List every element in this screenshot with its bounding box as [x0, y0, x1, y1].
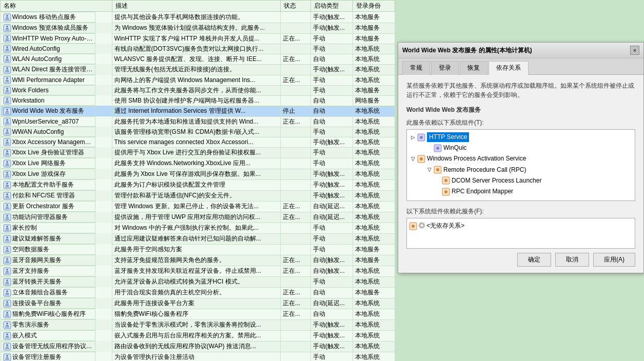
table-row[interactable]: 立体音频组合器服务 — [1, 287, 95, 298]
cancel-button[interactable]: 取消 — [555, 253, 589, 267]
table-row[interactable]: Wired AutoConfig — [1, 44, 95, 54]
table-row[interactable]: 建议疑难解答服务 — [1, 233, 95, 244]
service-logon: 本地系统 — [353, 44, 395, 54]
table-row[interactable]: Xbox Live 网络服务 — [1, 158, 95, 169]
tree-node-rpc[interactable]: ▽ Remote Procedure Call (RPC) — [409, 165, 633, 175]
svg-point-139 — [436, 147, 439, 150]
table-row[interactable]: Workstation — [1, 95, 95, 106]
apply-button[interactable]: 应用(A) — [593, 253, 635, 267]
table-row[interactable]: 零售演示服务 — [1, 319, 95, 330]
service-name-text: Xbox Live 身份验证管理器 — [12, 148, 84, 157]
svg-rect-103 — [5, 284, 9, 285]
table-row[interactable]: 设备管理无线应用程序协议(WAP)推... — [1, 341, 95, 352]
table-row[interactable]: WLAN Direct 服务连接管理器服务 — [1, 64, 95, 75]
table-row[interactable]: 家长控制 — [1, 223, 95, 233]
svg-rect-119 — [5, 327, 9, 328]
tab-recovery[interactable]: 恢复 — [460, 61, 487, 75]
tree-label-wpa[interactable]: Windows Process Activation Service — [427, 154, 526, 164]
tree-label-rpc-ep[interactable]: RPC Endpoint Mapper — [452, 187, 513, 196]
table-row[interactable]: Work Folders — [1, 85, 95, 95]
tree-label-winquic[interactable]: WinQuic — [443, 143, 466, 153]
svg-rect-122 — [6, 336, 9, 337]
service-icon — [3, 203, 11, 211]
table-row[interactable]: Windows 预览体验成员服务 — [1, 23, 95, 33]
service-status: 正在... — [281, 201, 311, 212]
svg-rect-27 — [5, 82, 9, 83]
col-header-startup[interactable]: 启动类型 — [310, 1, 353, 12]
table-row[interactable]: 蓝牙支持服务 — [1, 266, 95, 276]
tree-node-wpa[interactable]: ▽ Windows Process Activation Service — [409, 153, 633, 164]
table-row[interactable]: Xbox Live 游戏保存 — [1, 169, 95, 179]
service-desc: 蓝牙服务支持发现和关联近程蓝牙设备。停止或禁用... — [112, 266, 280, 276]
tree-label-dcom[interactable]: DCOM Server Process Launcher — [452, 176, 541, 186]
tree-node-rpc-ep[interactable]: ▷ RPC Endpoint Mapper — [409, 186, 633, 197]
table-row[interactable]: 蓝牙音频网关服务 — [1, 255, 95, 266]
service-status — [281, 12, 311, 23]
svg-rect-18 — [6, 59, 9, 60]
svg-point-49 — [6, 139, 8, 142]
tree-node-dcom[interactable]: ▷ DCOM Server Process Launcher — [409, 175, 633, 186]
table-row[interactable]: Xbox Accessory Management Ser... — [1, 137, 95, 147]
svg-point-37 — [6, 109, 8, 111]
table-row[interactable]: 空间数据服务 — [1, 244, 95, 255]
tree-label-rpc[interactable]: Remote Procedure Call (RPC) — [443, 165, 526, 175]
expand-wpa[interactable]: ▽ — [409, 155, 417, 163]
table-row[interactable]: 更新 Orchestrator 服务 — [1, 201, 95, 212]
svg-point-33 — [6, 98, 8, 100]
col-header-desc[interactable]: 描述 — [112, 1, 280, 12]
svg-rect-58 — [6, 164, 9, 165]
table-row[interactable]: WLAN AutoConfig — [1, 54, 95, 64]
service-desc: 提供设施，用于管理 UWP 应用对应用功能的访问权... — [112, 212, 280, 223]
tree-node-http[interactable]: ▷ HTTP Service — [409, 132, 633, 143]
tree-node-winquic[interactable]: ▷ WinQuic — [409, 143, 633, 153]
svg-rect-26 — [6, 80, 9, 81]
close-button[interactable]: × — [630, 46, 639, 55]
table-row[interactable]: 蓝牙转换开关服务 — [1, 276, 95, 287]
table-row[interactable]: Xbox Live 身份验证管理器 — [1, 147, 95, 158]
table-row[interactable]: WpnUserService_a8707 — [1, 116, 95, 127]
no-dependency-tree[interactable]: ◎ <无依存关系> — [406, 218, 635, 249]
table-row[interactable]: Windows 移动热点服务 — [1, 12, 95, 23]
svg-rect-11 — [5, 40, 9, 41]
tab-login[interactable]: 登录 — [431, 61, 459, 75]
svg-point-17 — [6, 56, 8, 58]
ok-button[interactable]: 确定 — [517, 253, 551, 267]
table-row[interactable]: 本地配置文件助手服务 — [1, 179, 95, 190]
service-startup: 手动 — [310, 75, 353, 85]
service-status: 正在... — [281, 255, 311, 266]
table-row[interactable]: WMI Performance Adapter — [1, 75, 95, 85]
service-icon — [3, 149, 11, 157]
col-header-name[interactable]: 名称 — [1, 1, 112, 12]
service-icon — [3, 192, 11, 200]
dependency-tree[interactable]: ▷ HTTP Service ▷ WinQuic — [406, 129, 635, 201]
expand-http[interactable]: ▷ — [409, 133, 417, 142]
col-header-logon[interactable]: 登录身份 — [353, 1, 395, 12]
table-row[interactable]: 嵌入模式 — [1, 330, 95, 341]
service-startup: 自动 — [310, 116, 353, 127]
table-row[interactable]: 付款和 NFC/SE 管理器 — [1, 190, 95, 201]
service-icon-rpc-ep — [442, 188, 450, 196]
table-row[interactable]: WinHTTP Web Proxy Auto-Discove... — [1, 33, 95, 44]
table-row[interactable]: 功能访问管理器服务 — [1, 212, 95, 223]
col-header-status[interactable]: 状态 — [281, 1, 311, 12]
expand-rpc[interactable]: ▽ — [425, 166, 434, 174]
service-name-text: 蓝牙转换开关服务 — [12, 277, 62, 286]
tab-dependencies[interactable]: 依存关系 — [489, 61, 529, 75]
table-row[interactable]: 设备管理注册服务 — [1, 352, 95, 361]
tab-general[interactable]: 常规 — [402, 61, 430, 75]
service-status — [281, 127, 311, 137]
service-desc: 使用 SMB 协议创建并维护客户端网络与远程服务器... — [112, 95, 280, 106]
service-startup: 手动(触发... — [310, 179, 353, 190]
service-startup: 手动(触发... — [310, 330, 353, 341]
svg-rect-34 — [6, 101, 9, 102]
tree-label-http[interactable]: HTTP Service — [427, 132, 469, 142]
table-row[interactable]: 猫豹免费WiFi核心服务程序 — [1, 309, 95, 319]
table-row[interactable]: WWAN AutoConfig — [1, 127, 95, 137]
svg-rect-23 — [5, 71, 9, 72]
service-logon: 本地系统 — [353, 116, 395, 127]
svg-rect-75 — [5, 208, 9, 209]
svg-point-73 — [6, 204, 8, 206]
table-row[interactable]: 连接设备平台服务 — [1, 298, 95, 309]
service-startup: 自动(触发... — [310, 266, 353, 276]
table-row[interactable]: World Wide Web 发布服务 — [1, 106, 95, 116]
